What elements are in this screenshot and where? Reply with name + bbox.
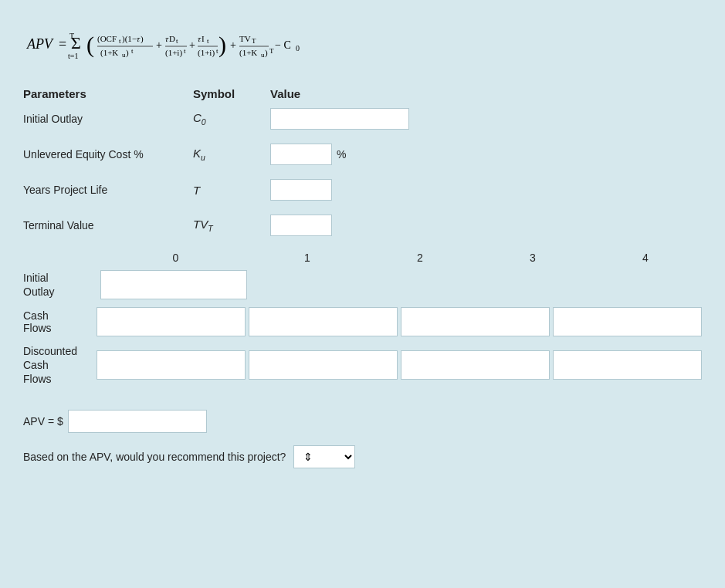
param-value-initial-outlay [270,108,409,130]
header-value: Value [270,87,300,100]
param-value-years-life [270,179,332,201]
param-value-terminal-value [270,215,332,236]
svg-text:𝜏I: 𝜏I [198,34,205,43]
param-label-years-life: Years Project Life [23,184,193,196]
param-value-equity-cost: % [270,144,346,165]
cf-input-discounted-2[interactable] [249,350,398,380]
svg-text:𝜏D: 𝜏D [165,34,175,43]
cf-input-discounted-3[interactable] [401,350,550,380]
apv-formula-svg: APV = Σ t=1 T ( (OCF t )(1−𝜏) (1+K u ) t… [23,22,363,68]
param-symbol-initial-outlay: C0 [193,111,270,127]
svg-text:T: T [269,47,274,55]
recommend-select[interactable]: ⇕ Yes No [293,445,355,468]
param-row-terminal-value: Terminal Value TVT [23,215,702,236]
param-symbol-years-life: T [193,184,270,197]
svg-text:+: + [189,39,195,51]
svg-text:(OCF: (OCF [97,34,117,44]
param-label-equity-cost: Unlevered Equity Cost % [23,148,193,161]
cf-row-discounted: DiscountedCash Flows [23,344,702,387]
svg-text:(: ( [86,32,94,58]
param-symbol-terminal-value: TVT [193,218,270,233]
formula-area: APV = Σ t=1 T ( (OCF t )(1−𝜏) (1+K u ) t… [23,15,702,79]
cf-input-discounted-1[interactable] [97,350,246,380]
parameters-section: Parameters Symbol Value Initial Outlay C… [23,87,702,236]
cf-header-col4: 4 [589,252,702,264]
cf-input-cash-flows-4[interactable] [553,307,702,336]
svg-text:): ) [126,48,129,58]
cf-header-col0: 0 [100,252,251,264]
svg-text:(1+K: (1+K [100,48,118,58]
svg-text:)(1−𝜏): )(1−𝜏) [122,34,144,44]
apv-row: APV = $ [23,410,702,433]
cf-input-cash-flows-3[interactable] [401,307,550,336]
svg-text:): ) [265,48,268,58]
input-terminal-value[interactable] [270,215,332,236]
recommend-row: Based on the APV, would you recommend th… [23,445,702,468]
cf-input-cash-flows-2[interactable] [249,307,398,336]
cf-column-headers: 0 1 2 3 4 [23,252,702,264]
cf-label-cash-flows: Cash Flows [23,309,52,334]
svg-text:t: t [131,47,134,55]
apv-section: APV = $ Based on the APV, would you reco… [23,410,702,468]
input-years-life[interactable] [270,179,332,201]
header-parameters: Parameters [23,87,193,100]
input-equity-cost[interactable] [270,144,332,165]
svg-text:t: t [184,47,186,55]
svg-text:): ) [219,32,226,58]
param-symbol-equity-cost: Ku [193,147,270,162]
svg-text:t: t [207,37,209,45]
svg-text:(1+i): (1+i) [165,48,182,58]
apv-input[interactable] [68,410,207,433]
percent-symbol: % [337,148,346,161]
svg-text:(1+K: (1+K [239,48,257,58]
cf-header-col2: 2 [364,252,476,264]
cashflow-section: 0 1 2 3 4 InitialOutlay Cash Flows Disco… [23,252,702,387]
svg-text:(1+i): (1+i) [198,48,215,58]
cf-row-cash-flows: Cash Flows [23,307,702,336]
cf-label-initial-outlay: InitialOutlay [23,271,100,299]
recommend-question: Based on the APV, would you recommend th… [23,451,286,463]
svg-text:TV: TV [239,34,251,43]
cf-input-discounted-4[interactable] [553,350,702,380]
param-label-terminal-value: Terminal Value [23,219,193,231]
svg-text:t: t [176,37,178,45]
apv-label: APV = $ [23,415,63,427]
cf-header-col1: 1 [251,252,364,264]
svg-text:− C: − C [275,39,291,51]
param-row-initial-outlay: Initial Outlay C0 [23,108,702,130]
cf-label-discounted: DiscountedCash Flows [23,344,77,387]
svg-text:T: T [69,32,74,40]
cf-header-col3: 3 [476,252,589,264]
header-symbol: Symbol [193,87,270,100]
svg-text:+: + [230,39,236,51]
svg-text:t=1: t=1 [68,52,78,60]
param-label-initial-outlay: Initial Outlay [23,113,193,125]
param-row-years-life: Years Project Life T [23,179,702,201]
param-row-equity-cost: Unlevered Equity Cost % Ku % [23,144,702,165]
svg-text:+: + [156,39,162,51]
svg-text:=: = [59,36,66,52]
params-header: Parameters Symbol Value [23,87,702,100]
svg-text:t: t [119,37,121,45]
cf-row-initial-outlay: InitialOutlay [23,270,702,299]
svg-text:APV: APV [26,36,54,52]
cf-input-cash-flows-1[interactable] [97,307,246,336]
cf-input-initial-outlay-0[interactable] [100,270,247,299]
svg-text:T: T [252,37,256,45]
input-initial-outlay[interactable] [270,108,409,130]
svg-text:0: 0 [296,44,300,52]
